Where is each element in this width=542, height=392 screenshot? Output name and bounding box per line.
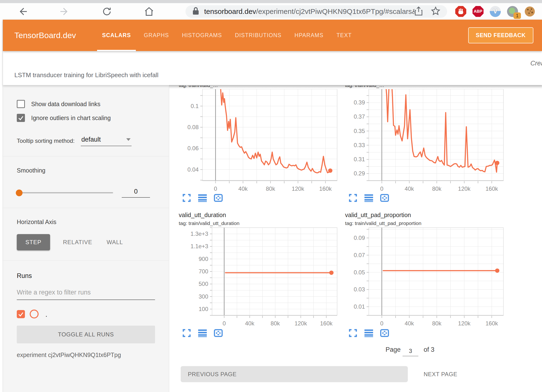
chart-card-valid-utt-duration: valid_utt_duration tag: train/valid_utt_… xyxy=(171,207,337,338)
show-download-links-checkbox[interactable]: Show data download links xyxy=(17,100,155,108)
svg-text:0.37: 0.37 xyxy=(354,113,365,120)
page-card: TensorBoard.dev SCALARS GRAPHS HISTOGRAM… xyxy=(3,20,542,392)
tooltip-sorting-select[interactable]: default xyxy=(81,136,132,146)
smoothing-value-input[interactable] xyxy=(122,188,150,198)
page-number-input[interactable] xyxy=(403,348,418,356)
axis-wall-button[interactable]: WALL xyxy=(99,234,130,250)
next-page-button[interactable]: NEXT PAGE xyxy=(424,371,457,378)
tab-scalars[interactable]: SCALARS xyxy=(96,20,137,51)
svg-text:1.1e+3: 1.1e+3 xyxy=(190,243,208,249)
line-chart[interactable]: 1003005007009001.1e+31.3e+3040k80k120k16… xyxy=(171,226,337,327)
line-chart[interactable]: 0.010.030.050.070.09040k80k120k160k xyxy=(337,226,504,327)
divider xyxy=(3,260,169,261)
reload-button[interactable] xyxy=(101,6,113,17)
toggle-all-runs-button[interactable]: TOGGLE ALL RUNS xyxy=(17,326,155,343)
chart-title: valid_utt_pad_proportion xyxy=(337,212,504,219)
fit-domain-icon[interactable] xyxy=(380,194,389,203)
chart-card-top-left: tag: train/valid_… 0.040.060.080.1040k80… xyxy=(171,86,337,203)
svg-text:1.3e+3: 1.3e+3 xyxy=(190,231,208,237)
chart-tag-clipped: tag: train/valid_… xyxy=(171,86,337,89)
svg-text:120k: 120k xyxy=(458,320,471,326)
run-color-circle-icon[interactable] xyxy=(30,310,39,318)
axis-relative-button[interactable]: RELATIVE xyxy=(56,234,99,250)
slider-thumb[interactable] xyxy=(16,190,23,196)
cookie-extension-icon[interactable] xyxy=(524,6,535,17)
svg-text:40k: 40k xyxy=(405,320,414,326)
runs-list-icon[interactable] xyxy=(198,329,207,338)
runs-label: Runs xyxy=(17,272,155,280)
tooltip-sorting-label: Tooltip sorting method: xyxy=(17,138,75,146)
forward-button[interactable] xyxy=(59,6,70,17)
svg-text:0.05: 0.05 xyxy=(354,269,365,276)
nav-tabs: SCALARS GRAPHS HISTOGRAMS DISTRIBUTIONS … xyxy=(96,20,358,51)
bookmark-star-icon[interactable] xyxy=(431,6,440,17)
svg-text:0.04: 0.04 xyxy=(187,166,199,173)
expand-chart-icon[interactable] xyxy=(182,194,191,203)
svg-text:0.33: 0.33 xyxy=(354,142,365,148)
expand-chart-icon[interactable] xyxy=(348,329,357,338)
runs-list-icon[interactable] xyxy=(364,329,373,338)
axis-step-button[interactable]: STEP xyxy=(17,234,50,250)
lock-icon xyxy=(192,7,199,16)
abp-extension-icon[interactable]: ABP xyxy=(473,6,484,17)
experiment-subheader: Crea LSTM transducer training for LibriS… xyxy=(3,51,542,85)
line-chart[interactable]: 0.040.060.080.1040k80k120k160k xyxy=(171,89,337,192)
svg-text:500: 500 xyxy=(199,281,208,287)
svg-text:80k: 80k xyxy=(432,320,442,326)
run-row: . xyxy=(17,310,155,318)
previous-page-button[interactable]: PREVIOUS PAGE xyxy=(181,366,408,382)
svg-text:40k: 40k xyxy=(405,185,414,191)
expand-chart-icon[interactable] xyxy=(182,329,191,338)
svg-text:0.29: 0.29 xyxy=(354,170,365,177)
privacy-extension-icon[interactable]: 1 xyxy=(507,6,518,17)
pager-buttons: PREVIOUS PAGE NEXT PAGE xyxy=(171,366,542,382)
fit-domain-icon[interactable] xyxy=(214,329,223,338)
chart-tag: tag: train/valid_utt_duration xyxy=(171,220,337,226)
fit-domain-icon[interactable] xyxy=(380,329,389,338)
tab-hparams[interactable]: HPARAMS xyxy=(288,20,330,51)
app-logo: TensorBoard.dev xyxy=(14,31,76,40)
svg-text:160k: 160k xyxy=(319,185,332,191)
svg-text:160k: 160k xyxy=(485,185,498,191)
svg-text:0: 0 xyxy=(214,185,217,191)
extension-badge: 1 xyxy=(513,12,521,19)
tab-text[interactable]: TEXT xyxy=(330,20,358,51)
svg-text:120k: 120k xyxy=(292,185,305,191)
tab-graphs[interactable]: GRAPHS xyxy=(137,20,175,51)
extensions-row: ABP V 1 xyxy=(455,6,535,17)
svg-text:160k: 160k xyxy=(485,320,498,326)
expand-chart-icon[interactable] xyxy=(348,194,357,203)
runs-list-icon[interactable] xyxy=(364,194,373,203)
run-checkbox-checked-icon[interactable] xyxy=(17,310,25,318)
svg-text:80k: 80k xyxy=(271,320,280,326)
svg-text:0.31: 0.31 xyxy=(354,156,365,162)
blocker-extension-icon[interactable] xyxy=(455,6,466,17)
window-strip xyxy=(0,0,542,3)
share-icon[interactable] xyxy=(415,6,423,17)
checkbox-checked-icon xyxy=(17,114,25,122)
chart-title: valid_utt_duration xyxy=(171,212,337,219)
send-feedback-button[interactable]: SEND FEEDBACK xyxy=(468,27,533,43)
smoothing-slider[interactable] xyxy=(17,192,113,193)
back-button[interactable] xyxy=(17,6,28,17)
tab-histograms[interactable]: HISTOGRAMS xyxy=(175,20,228,51)
svg-text:40k: 40k xyxy=(238,185,248,191)
chart-toolbar xyxy=(171,194,337,203)
chart-row-bottom: valid_utt_duration tag: train/valid_utt_… xyxy=(171,207,542,338)
browser-toolbar: tensorboard.dev/experiment/cj2vtPiwQHKN9… xyxy=(0,3,542,20)
line-chart[interactable]: 0.290.310.330.350.370.39040k80k120k160k xyxy=(337,89,504,192)
home-button[interactable] xyxy=(143,6,155,17)
ignore-outliers-checkbox[interactable]: Ignore outliers in chart scaling xyxy=(17,114,155,122)
chart-card-top-right: tag: train/valid_… 0.290.310.330.350.370… xyxy=(337,86,504,203)
settings-sidebar: Show data download links Ignore outliers… xyxy=(3,85,169,392)
runs-list-icon[interactable] xyxy=(198,194,207,203)
vimium-extension-icon[interactable]: V xyxy=(490,6,501,17)
svg-text:0.07: 0.07 xyxy=(354,252,365,258)
svg-text:120k: 120k xyxy=(294,320,307,326)
tab-distributions[interactable]: DISTRIBUTIONS xyxy=(228,20,288,51)
runs-filter-input[interactable] xyxy=(17,289,155,300)
fit-domain-icon[interactable] xyxy=(214,194,223,203)
divider xyxy=(3,208,169,208)
page-total-label: of 3 xyxy=(424,346,434,353)
url-bar[interactable]: tensorboard.dev/experiment/cj2vtPiwQHKN9… xyxy=(185,5,447,18)
